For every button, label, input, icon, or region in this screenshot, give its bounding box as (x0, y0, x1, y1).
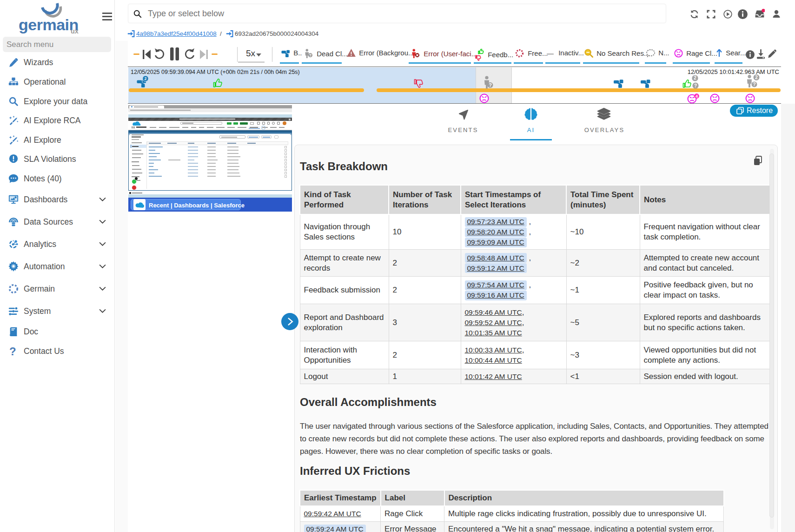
svg-text:?: ? (309, 53, 311, 58)
svg-text:?: ? (753, 82, 755, 87)
svg-text:?: ? (694, 83, 697, 88)
svg-text:2: 2 (144, 76, 146, 81)
svg-text:?: ? (489, 82, 492, 88)
svg-text:4: 4 (696, 94, 698, 99)
svg-text:2: 2 (694, 75, 696, 80)
svg-text:2: 2 (755, 75, 758, 80)
